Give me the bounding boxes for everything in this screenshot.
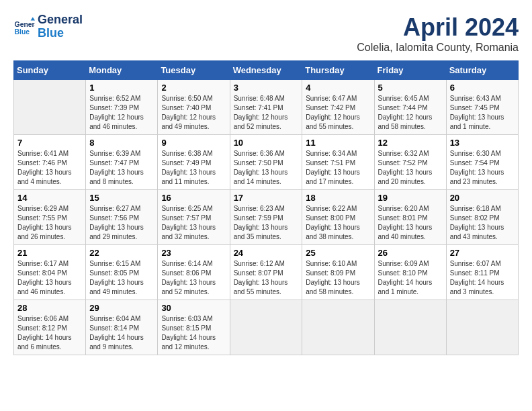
- logo: General Blue General Blue: [13, 13, 83, 40]
- day-number: 3: [234, 83, 299, 93]
- day-number: 12: [378, 138, 443, 148]
- header: General Blue General Blue April 2024 Col…: [13, 13, 519, 54]
- svg-marker-2: [31, 17, 35, 20]
- calendar-cell: 21Sunrise: 6:17 AM Sunset: 8:04 PM Dayli…: [14, 245, 86, 300]
- day-number: 6: [450, 83, 515, 93]
- day-info: Sunrise: 6:17 AM Sunset: 8:04 PM Dayligh…: [17, 259, 82, 297]
- calendar-cell: 6Sunrise: 6:43 AM Sunset: 7:45 PM Daylig…: [446, 80, 518, 135]
- day-info: Sunrise: 6:47 AM Sunset: 7:42 PM Dayligh…: [306, 94, 370, 132]
- header-cell-monday: Monday: [86, 61, 158, 80]
- day-info: Sunrise: 6:32 AM Sunset: 7:52 PM Dayligh…: [378, 149, 443, 187]
- day-info: Sunrise: 6:48 AM Sunset: 7:41 PM Dayligh…: [234, 94, 299, 132]
- day-info: Sunrise: 6:45 AM Sunset: 7:44 PM Dayligh…: [378, 94, 443, 132]
- calendar-cell: 14Sunrise: 6:29 AM Sunset: 7:55 PM Dayli…: [14, 190, 86, 245]
- calendar-cell: 20Sunrise: 6:18 AM Sunset: 8:02 PM Dayli…: [446, 190, 518, 245]
- calendar-week-row: 14Sunrise: 6:29 AM Sunset: 7:55 PM Dayli…: [14, 190, 519, 245]
- day-info: Sunrise: 6:39 AM Sunset: 7:47 PM Dayligh…: [89, 149, 154, 187]
- calendar-cell: 23Sunrise: 6:14 AM Sunset: 8:06 PM Dayli…: [158, 245, 230, 300]
- svg-text:Blue: Blue: [15, 28, 30, 36]
- calendar-cell: 17Sunrise: 6:23 AM Sunset: 7:59 PM Dayli…: [230, 190, 302, 245]
- day-number: 21: [17, 248, 82, 258]
- day-number: 22: [89, 248, 154, 258]
- calendar-cell: 8Sunrise: 6:39 AM Sunset: 7:47 PM Daylig…: [86, 135, 158, 190]
- day-number: 28: [17, 303, 82, 313]
- day-info: Sunrise: 6:10 AM Sunset: 8:09 PM Dayligh…: [306, 259, 370, 297]
- day-info: Sunrise: 6:25 AM Sunset: 7:57 PM Dayligh…: [161, 204, 226, 242]
- day-info: Sunrise: 6:50 AM Sunset: 7:40 PM Dayligh…: [161, 94, 226, 132]
- header-cell-friday: Friday: [374, 61, 446, 80]
- calendar-cell: 16Sunrise: 6:25 AM Sunset: 7:57 PM Dayli…: [158, 190, 230, 245]
- calendar-cell: 15Sunrise: 6:27 AM Sunset: 7:56 PM Dayli…: [86, 190, 158, 245]
- calendar-cell: [14, 80, 86, 135]
- day-info: Sunrise: 6:09 AM Sunset: 8:10 PM Dayligh…: [378, 259, 443, 297]
- day-number: 18: [306, 193, 370, 203]
- day-number: 14: [17, 193, 82, 203]
- day-info: Sunrise: 6:22 AM Sunset: 8:00 PM Dayligh…: [306, 204, 370, 242]
- day-info: Sunrise: 6:18 AM Sunset: 8:02 PM Dayligh…: [450, 204, 515, 242]
- calendar-cell: 3Sunrise: 6:48 AM Sunset: 7:41 PM Daylig…: [230, 80, 302, 135]
- calendar-cell: 28Sunrise: 6:06 AM Sunset: 8:12 PM Dayli…: [14, 300, 86, 355]
- calendar-table: SundayMondayTuesdayWednesdayThursdayFrid…: [13, 60, 519, 355]
- calendar-cell: 18Sunrise: 6:22 AM Sunset: 8:00 PM Dayli…: [302, 190, 374, 245]
- day-info: Sunrise: 6:52 AM Sunset: 7:39 PM Dayligh…: [89, 94, 154, 132]
- day-info: Sunrise: 6:20 AM Sunset: 8:01 PM Dayligh…: [378, 204, 443, 242]
- day-number: 13: [450, 138, 515, 148]
- day-info: Sunrise: 6:23 AM Sunset: 7:59 PM Dayligh…: [234, 204, 299, 242]
- calendar-cell: 7Sunrise: 6:41 AM Sunset: 7:46 PM Daylig…: [14, 135, 86, 190]
- day-number: 16: [161, 193, 226, 203]
- day-info: Sunrise: 6:14 AM Sunset: 8:06 PM Dayligh…: [161, 259, 226, 297]
- calendar-cell: 5Sunrise: 6:45 AM Sunset: 7:44 PM Daylig…: [374, 80, 446, 135]
- svg-text:General: General: [15, 21, 35, 28]
- day-info: Sunrise: 6:07 AM Sunset: 8:11 PM Dayligh…: [450, 259, 515, 297]
- day-info: Sunrise: 6:27 AM Sunset: 7:56 PM Dayligh…: [89, 204, 154, 242]
- calendar-cell: 1Sunrise: 6:52 AM Sunset: 7:39 PM Daylig…: [86, 80, 158, 135]
- day-number: 9: [161, 138, 226, 148]
- logo-icon: General Blue: [13, 16, 35, 38]
- day-number: 27: [450, 248, 515, 258]
- header-cell-thursday: Thursday: [302, 61, 374, 80]
- day-number: 5: [378, 83, 443, 93]
- day-info: Sunrise: 6:15 AM Sunset: 8:05 PM Dayligh…: [89, 259, 154, 297]
- day-number: 26: [378, 248, 443, 258]
- calendar-cell: 12Sunrise: 6:32 AM Sunset: 7:52 PM Dayli…: [374, 135, 446, 190]
- calendar-subtitle: Colelia, Ialomita County, Romania: [357, 42, 519, 54]
- day-number: 10: [234, 138, 299, 148]
- calendar-header-row: SundayMondayTuesdayWednesdayThursdayFrid…: [14, 61, 519, 80]
- day-info: Sunrise: 6:41 AM Sunset: 7:46 PM Dayligh…: [17, 149, 82, 187]
- day-number: 23: [161, 248, 226, 258]
- day-info: Sunrise: 6:12 AM Sunset: 8:07 PM Dayligh…: [234, 259, 299, 297]
- calendar-cell: 19Sunrise: 6:20 AM Sunset: 8:01 PM Dayli…: [374, 190, 446, 245]
- day-number: 25: [306, 248, 370, 258]
- day-number: 7: [17, 138, 82, 148]
- day-number: 29: [89, 303, 154, 313]
- calendar-cell: 9Sunrise: 6:38 AM Sunset: 7:49 PM Daylig…: [158, 135, 230, 190]
- calendar-cell: [230, 300, 302, 355]
- day-number: 1: [89, 83, 154, 93]
- calendar-title: April 2024: [357, 13, 519, 42]
- calendar-cell: 30Sunrise: 6:03 AM Sunset: 8:15 PM Dayli…: [158, 300, 230, 355]
- calendar-cell: 25Sunrise: 6:10 AM Sunset: 8:09 PM Dayli…: [302, 245, 374, 300]
- day-info: Sunrise: 6:38 AM Sunset: 7:49 PM Dayligh…: [161, 149, 226, 187]
- day-number: 30: [161, 303, 226, 313]
- calendar-cell: 4Sunrise: 6:47 AM Sunset: 7:42 PM Daylig…: [302, 80, 374, 135]
- calendar-cell: 10Sunrise: 6:36 AM Sunset: 7:50 PM Dayli…: [230, 135, 302, 190]
- day-number: 2: [161, 83, 226, 93]
- calendar-cell: 22Sunrise: 6:15 AM Sunset: 8:05 PM Dayli…: [86, 245, 158, 300]
- day-number: 15: [89, 193, 154, 203]
- calendar-cell: [446, 300, 518, 355]
- calendar-week-row: 1Sunrise: 6:52 AM Sunset: 7:39 PM Daylig…: [14, 80, 519, 135]
- header-cell-sunday: Sunday: [14, 61, 86, 80]
- calendar-week-row: 28Sunrise: 6:06 AM Sunset: 8:12 PM Dayli…: [14, 300, 519, 355]
- day-number: 20: [450, 193, 515, 203]
- day-number: 17: [234, 193, 299, 203]
- header-cell-wednesday: Wednesday: [230, 61, 302, 80]
- header-cell-tuesday: Tuesday: [158, 61, 230, 80]
- calendar-cell: 27Sunrise: 6:07 AM Sunset: 8:11 PM Dayli…: [446, 245, 518, 300]
- day-info: Sunrise: 6:36 AM Sunset: 7:50 PM Dayligh…: [234, 149, 299, 187]
- calendar-cell: 2Sunrise: 6:50 AM Sunset: 7:40 PM Daylig…: [158, 80, 230, 135]
- title-section: April 2024 Colelia, Ialomita County, Rom…: [357, 13, 519, 54]
- header-cell-saturday: Saturday: [446, 61, 518, 80]
- day-number: 11: [306, 138, 370, 148]
- day-info: Sunrise: 6:30 AM Sunset: 7:54 PM Dayligh…: [450, 149, 515, 187]
- calendar-cell: [302, 300, 374, 355]
